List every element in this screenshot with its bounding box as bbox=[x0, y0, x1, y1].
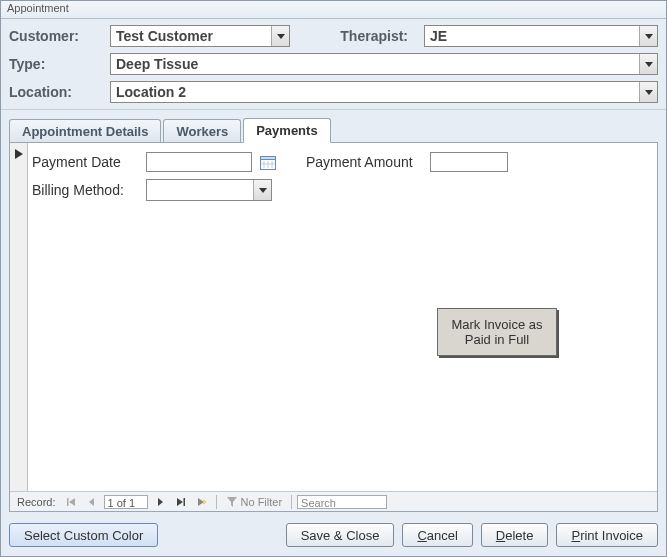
record-label: Record: bbox=[14, 496, 59, 508]
billing-method-combo[interactable] bbox=[146, 179, 272, 201]
nav-next-button[interactable] bbox=[151, 494, 169, 510]
svg-rect-1 bbox=[261, 157, 276, 160]
nav-first-button[interactable] bbox=[62, 494, 80, 510]
location-label: Location: bbox=[9, 84, 104, 100]
record-nav: Record: 1 of 1 No Filter Search bbox=[10, 491, 657, 511]
save-close-button[interactable]: Save & Close bbox=[286, 523, 395, 547]
type-combo[interactable]: Deep Tissue bbox=[110, 53, 658, 75]
payment-amount-input[interactable] bbox=[430, 152, 508, 172]
nav-new-button[interactable] bbox=[193, 494, 211, 510]
calendar-icon[interactable] bbox=[258, 152, 278, 172]
chevron-down-icon[interactable] bbox=[639, 26, 657, 46]
customer-label: Customer: bbox=[9, 28, 104, 44]
appointment-window: Appointment Customer: Test Customer Ther… bbox=[0, 0, 667, 557]
tab-body-payments: Payment Date Payment Amount bbox=[9, 142, 658, 512]
customer-value: Test Customer bbox=[111, 26, 271, 46]
location-combo[interactable]: Location 2 bbox=[110, 81, 658, 103]
filter-indicator: No Filter bbox=[222, 496, 287, 508]
record-selector[interactable] bbox=[10, 143, 28, 493]
type-label: Type: bbox=[9, 56, 104, 72]
payment-date-label: Payment Date bbox=[32, 154, 140, 170]
header-form: Customer: Test Customer Therapist: JE Ty… bbox=[1, 19, 666, 110]
select-custom-color-button[interactable]: Select Custom Color bbox=[9, 523, 158, 547]
type-value: Deep Tissue bbox=[111, 54, 639, 74]
billing-method-value bbox=[147, 180, 253, 200]
delete-button[interactable]: Delete bbox=[481, 523, 549, 547]
chevron-down-icon[interactable] bbox=[639, 54, 657, 74]
payments-detail: Payment Date Payment Amount bbox=[32, 145, 653, 201]
tab-strip: Appointment Details Workers Payments bbox=[9, 116, 658, 142]
window-title: Appointment bbox=[1, 1, 666, 19]
nav-prev-button[interactable] bbox=[83, 494, 101, 510]
mark-invoice-paid-button[interactable]: Mark Invoice as Paid in Full bbox=[437, 308, 557, 356]
filter-text: No Filter bbox=[241, 496, 283, 508]
tab-payments[interactable]: Payments bbox=[243, 118, 330, 143]
payment-date-input[interactable] bbox=[146, 152, 252, 172]
tab-area: Appointment Details Workers Payments Pay… bbox=[9, 116, 658, 512]
therapist-label: Therapist: bbox=[328, 28, 418, 44]
print-invoice-button[interactable]: Print Invoice bbox=[556, 523, 658, 547]
payment-amount-label: Payment Amount bbox=[306, 154, 424, 170]
chevron-down-icon[interactable] bbox=[253, 180, 271, 200]
customer-combo[interactable]: Test Customer bbox=[110, 25, 290, 47]
tab-workers[interactable]: Workers bbox=[163, 119, 241, 143]
chevron-down-icon[interactable] bbox=[271, 26, 289, 46]
tab-appointment-details[interactable]: Appointment Details bbox=[9, 119, 161, 143]
record-search-input[interactable]: Search bbox=[297, 495, 387, 509]
record-position[interactable]: 1 of 1 bbox=[104, 495, 148, 509]
billing-method-label: Billing Method: bbox=[32, 182, 140, 198]
therapist-value: JE bbox=[425, 26, 639, 46]
funnel-icon bbox=[226, 496, 238, 508]
location-value: Location 2 bbox=[111, 82, 639, 102]
bottom-bar: Select Custom Color Save & Close Cancel … bbox=[9, 522, 658, 548]
record-pointer-icon bbox=[15, 149, 23, 159]
nav-last-button[interactable] bbox=[172, 494, 190, 510]
chevron-down-icon[interactable] bbox=[639, 82, 657, 102]
therapist-combo[interactable]: JE bbox=[424, 25, 658, 47]
cancel-button[interactable]: Cancel bbox=[402, 523, 472, 547]
